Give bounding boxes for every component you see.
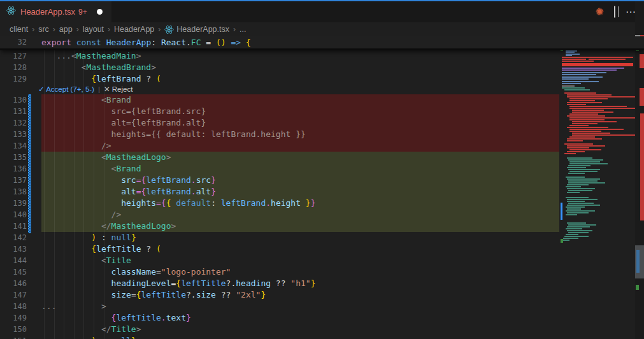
code-line-141[interactable]: 141</MastheadLogo> bbox=[0, 220, 644, 232]
line-number: 146 bbox=[0, 278, 27, 289]
line-content: {leftTitle.text} bbox=[41, 312, 559, 324]
split-editor-icon[interactable] bbox=[614, 7, 615, 17]
line-number: 140 bbox=[0, 209, 27, 220]
accept-button[interactable]: ✓ Accept (7+, 5-) bbox=[38, 85, 94, 94]
line-content: ) : null} bbox=[41, 232, 559, 243]
line-content: </MastheadLogo> bbox=[41, 220, 559, 232]
line-content: <MastheadBrand> bbox=[41, 62, 559, 73]
line-number: 138 bbox=[0, 186, 27, 198]
line-number: 147 bbox=[0, 289, 27, 301]
line-content: heights={{ default: leftBrand.height }} bbox=[41, 198, 559, 209]
tab-headerapp[interactable]: HeaderApp.tsx 9+ bbox=[0, 1, 111, 22]
minimap[interactable] bbox=[561, 36, 635, 339]
line-content: export const HeaderApp: React.FC = () =>… bbox=[41, 36, 559, 48]
line-number: 139 bbox=[0, 198, 27, 209]
line-content: /> bbox=[41, 209, 559, 220]
line-content: {leftTitle ? ( bbox=[41, 243, 559, 255]
overview-ruler-marker bbox=[640, 54, 644, 68]
line-number: 135 bbox=[0, 152, 27, 163]
code-line-129[interactable]: 129{leftBrand ? ( bbox=[0, 73, 644, 85]
line-content: size={leftTitle?.size ?? "2xl"} bbox=[41, 289, 559, 301]
code-line-137[interactable]: 137src={leftBrand.src} bbox=[0, 175, 644, 186]
code-line-32[interactable]: 32export const HeaderApp: React.FC = () … bbox=[0, 36, 644, 48]
tab-bar: HeaderApp.tsx 9+ ✺ ⋯ bbox=[0, 0, 644, 22]
code-line-133[interactable]: 133heights={{ default: leftBrand.height … bbox=[0, 129, 644, 140]
breadcrumb-item-app[interactable]: app bbox=[59, 25, 73, 34]
line-content: alt={leftBrand.alt} bbox=[41, 117, 559, 129]
code-line-132[interactable]: 132alt={leftBrand.alt} bbox=[0, 117, 644, 129]
dirty-indicator[interactable] bbox=[97, 9, 103, 15]
line-number: 143 bbox=[0, 243, 27, 255]
line-number: 142 bbox=[0, 232, 27, 243]
tab-problems-badge: 9+ bbox=[78, 8, 87, 17]
line-number: 129 bbox=[0, 73, 27, 85]
code-line-139[interactable]: 139heights={{ default: leftBrand.height … bbox=[0, 198, 644, 209]
code-line-149[interactable]: 149{leftTitle.text} bbox=[0, 312, 644, 324]
separator: | bbox=[98, 85, 100, 94]
line-content: <MastheadLogo> bbox=[41, 152, 559, 163]
code-line-135[interactable]: 135<MastheadLogo> bbox=[0, 152, 644, 163]
line-number: 134 bbox=[0, 140, 27, 152]
breadcrumb-separator: › bbox=[53, 25, 55, 34]
code-line-136[interactable]: 136<Brand bbox=[0, 163, 644, 175]
line-number: 137 bbox=[0, 175, 27, 186]
code-line-128[interactable]: 128<MastheadBrand> bbox=[0, 62, 644, 73]
code-line-130[interactable]: 130<Brand bbox=[0, 94, 644, 106]
code-line-138[interactable]: 138alt={leftBrand.alt} bbox=[0, 186, 644, 198]
line-content: </Title> bbox=[41, 324, 559, 335]
line-number: 127 bbox=[0, 50, 27, 62]
line-content: src={leftBrand.src} bbox=[41, 106, 559, 117]
tab-title: HeaderApp.tsx bbox=[20, 7, 75, 17]
code-line-146[interactable]: 146headingLevel={leftTitle?.heading ?? "… bbox=[0, 278, 644, 289]
code-line-143[interactable]: 143{leftTitle ? ( bbox=[0, 243, 644, 255]
line-content: ... > bbox=[41, 301, 559, 312]
code-line-148[interactable]: 148... > bbox=[0, 301, 644, 312]
line-number: 145 bbox=[0, 266, 27, 278]
line-number: 136 bbox=[0, 163, 27, 175]
line-number: 150 bbox=[0, 324, 27, 335]
breadcrumb-item-[interactable]: ... bbox=[240, 25, 246, 34]
line-content: className="logo-pointer" bbox=[41, 266, 559, 278]
overview-ruler-marker bbox=[640, 113, 644, 220]
overview-ruler-marker bbox=[636, 285, 639, 290]
line-content: <Brand bbox=[41, 94, 559, 106]
code-line-150[interactable]: 150</Title> bbox=[0, 324, 644, 335]
editor-group-accent bbox=[0, 0, 644, 1]
code-line-142[interactable]: 142) : null} bbox=[0, 232, 644, 243]
line-content: ...<MastheadMain> bbox=[41, 50, 559, 62]
breadcrumb-separator: › bbox=[32, 25, 34, 34]
line-number: 144 bbox=[0, 255, 27, 266]
line-number: 149 bbox=[0, 312, 27, 324]
breadcrumb-item-headerapp[interactable]: HeaderApp bbox=[114, 25, 154, 34]
code-line-131[interactable]: 131src={leftBrand.src} bbox=[0, 106, 644, 117]
code-line-144[interactable]: 144<Title bbox=[0, 255, 644, 266]
line-number: 32 bbox=[0, 36, 27, 48]
breadcrumb-separator: › bbox=[76, 25, 79, 34]
line-number: 133 bbox=[0, 129, 27, 140]
breadcrumb-item-headerapptsx[interactable]: HeaderApp.tsx bbox=[164, 25, 229, 34]
line-content: <Title bbox=[41, 255, 559, 266]
breadcrumb-item-src[interactable]: src bbox=[38, 25, 49, 34]
ai-sparkle-icon[interactable]: ✺ bbox=[596, 7, 604, 17]
code-line-127[interactable]: 127...<MastheadMain> bbox=[0, 50, 644, 62]
line-content: src={leftBrand.src} bbox=[41, 175, 559, 186]
line-content: heights={{ default: leftBrand.height }} bbox=[41, 129, 559, 140]
breadcrumb: client›src›app›layout›HeaderApp›HeaderAp… bbox=[0, 22, 644, 36]
breadcrumb-separator: › bbox=[108, 25, 110, 34]
line-content: <Brand bbox=[41, 163, 559, 175]
code-line-145[interactable]: 145className="logo-pointer" bbox=[0, 266, 644, 278]
diff-gutter-marker bbox=[28, 94, 31, 233]
line-content: headingLevel={leftTitle?.heading ?? "h1"… bbox=[41, 278, 559, 289]
code-line-151[interactable]: 151) : null} bbox=[0, 335, 644, 339]
sticky-scroll-line[interactable]: 32export const HeaderApp: React.FC = () … bbox=[0, 36, 644, 50]
code-line-147[interactable]: 147size={leftTitle?.size ?? "2xl"} bbox=[0, 289, 644, 301]
line-content: {leftBrand ? ( bbox=[41, 73, 559, 85]
line-number: 130 bbox=[0, 94, 27, 106]
breadcrumb-item-client[interactable]: client bbox=[10, 25, 28, 34]
line-content: alt={leftBrand.alt} bbox=[41, 186, 559, 198]
breadcrumb-item-layout[interactable]: layout bbox=[83, 25, 104, 34]
reject-button[interactable]: ✕ Reject bbox=[104, 85, 132, 94]
code-line-140[interactable]: 140/> bbox=[0, 209, 644, 220]
line-number: 141 bbox=[0, 220, 27, 232]
code-line-134[interactable]: 134/> bbox=[0, 140, 644, 152]
